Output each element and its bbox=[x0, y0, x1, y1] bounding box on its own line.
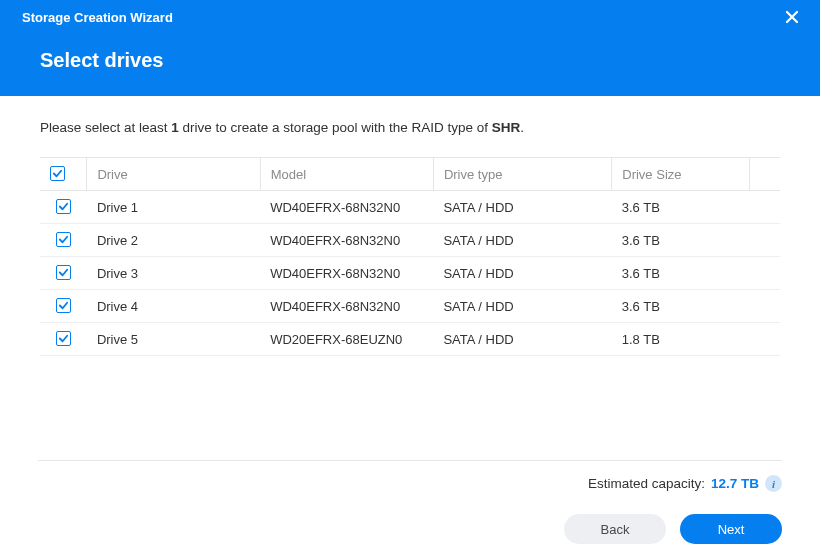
main-content: Please select at least 1 drive to create… bbox=[0, 96, 820, 356]
check-icon bbox=[58, 333, 69, 344]
cell-spacer bbox=[749, 257, 780, 290]
cell-type: SATA / HDD bbox=[433, 191, 611, 224]
cell-drive: Drive 1 bbox=[87, 191, 260, 224]
cell-size: 3.6 TB bbox=[612, 224, 750, 257]
header-type[interactable]: Drive type bbox=[433, 158, 611, 191]
row-checkbox[interactable] bbox=[56, 298, 71, 313]
instruction-text: Please select at least 1 drive to create… bbox=[40, 120, 780, 135]
instruction-middle: drive to create a storage pool with the … bbox=[179, 120, 492, 135]
header-model[interactable]: Model bbox=[260, 158, 433, 191]
table-row[interactable]: Drive 2WD40EFRX-68N32N0SATA / HDD3.6 TB bbox=[40, 224, 780, 257]
info-icon[interactable]: i bbox=[765, 475, 782, 492]
row-checkbox-cell bbox=[40, 323, 87, 356]
check-icon bbox=[52, 168, 63, 179]
row-checkbox-cell bbox=[40, 257, 87, 290]
cell-drive: Drive 2 bbox=[87, 224, 260, 257]
wizard-header: Storage Creation Wizard Select drives bbox=[0, 0, 820, 96]
footer-divider bbox=[38, 460, 782, 461]
close-button[interactable] bbox=[782, 10, 802, 30]
cell-model: WD40EFRX-68N32N0 bbox=[260, 191, 433, 224]
cell-size: 3.6 TB bbox=[612, 191, 750, 224]
page-title: Select drives bbox=[20, 49, 800, 72]
capacity-label: Estimated capacity: bbox=[588, 476, 705, 491]
row-checkbox[interactable] bbox=[56, 199, 71, 214]
cell-type: SATA / HDD bbox=[433, 257, 611, 290]
wizard-footer: Estimated capacity: 12.7 TB i Back Next bbox=[0, 460, 820, 560]
table-header-row: Drive Model Drive type Drive Size bbox=[40, 158, 780, 191]
header-size[interactable]: Drive Size bbox=[612, 158, 750, 191]
cell-spacer bbox=[749, 224, 780, 257]
header-drive[interactable]: Drive bbox=[87, 158, 260, 191]
table-row[interactable]: Drive 3WD40EFRX-68N32N0SATA / HDD3.6 TB bbox=[40, 257, 780, 290]
check-icon bbox=[58, 267, 69, 278]
cell-spacer bbox=[749, 323, 780, 356]
cell-drive: Drive 4 bbox=[87, 290, 260, 323]
back-button[interactable]: Back bbox=[564, 514, 666, 544]
capacity-row: Estimated capacity: 12.7 TB i bbox=[38, 475, 782, 492]
check-icon bbox=[58, 300, 69, 311]
check-icon bbox=[58, 234, 69, 245]
instruction-min-count: 1 bbox=[171, 120, 179, 135]
row-checkbox[interactable] bbox=[56, 331, 71, 346]
row-checkbox-cell bbox=[40, 224, 87, 257]
button-row: Back Next bbox=[38, 514, 782, 544]
drives-table: Drive Model Drive type Drive Size Drive … bbox=[40, 157, 780, 356]
row-checkbox[interactable] bbox=[56, 232, 71, 247]
cell-drive: Drive 3 bbox=[87, 257, 260, 290]
cell-type: SATA / HDD bbox=[433, 323, 611, 356]
cell-size: 3.6 TB bbox=[612, 257, 750, 290]
cell-size: 1.8 TB bbox=[612, 323, 750, 356]
table-row[interactable]: Drive 1WD40EFRX-68N32N0SATA / HDD3.6 TB bbox=[40, 191, 780, 224]
cell-spacer bbox=[749, 191, 780, 224]
instruction-prefix: Please select at least bbox=[40, 120, 171, 135]
wizard-title: Storage Creation Wizard bbox=[20, 10, 800, 25]
cell-model: WD20EFRX-68EUZN0 bbox=[260, 323, 433, 356]
row-checkbox-cell bbox=[40, 191, 87, 224]
row-checkbox-cell bbox=[40, 290, 87, 323]
table-row[interactable]: Drive 5WD20EFRX-68EUZN0SATA / HDD1.8 TB bbox=[40, 323, 780, 356]
capacity-value: 12.7 TB bbox=[711, 476, 759, 491]
cell-model: WD40EFRX-68N32N0 bbox=[260, 290, 433, 323]
cell-size: 3.6 TB bbox=[612, 290, 750, 323]
cell-type: SATA / HDD bbox=[433, 290, 611, 323]
instruction-raid-type: SHR bbox=[492, 120, 521, 135]
cell-type: SATA / HDD bbox=[433, 224, 611, 257]
cell-model: WD40EFRX-68N32N0 bbox=[260, 224, 433, 257]
check-icon bbox=[58, 201, 69, 212]
select-all-checkbox[interactable] bbox=[50, 166, 65, 181]
table-row[interactable]: Drive 4WD40EFRX-68N32N0SATA / HDD3.6 TB bbox=[40, 290, 780, 323]
cell-spacer bbox=[749, 290, 780, 323]
cell-model: WD40EFRX-68N32N0 bbox=[260, 257, 433, 290]
row-checkbox[interactable] bbox=[56, 265, 71, 280]
header-spacer bbox=[749, 158, 780, 191]
cell-drive: Drive 5 bbox=[87, 323, 260, 356]
instruction-suffix: . bbox=[520, 120, 524, 135]
header-select-all bbox=[40, 158, 87, 191]
close-icon bbox=[785, 10, 799, 24]
next-button[interactable]: Next bbox=[680, 514, 782, 544]
